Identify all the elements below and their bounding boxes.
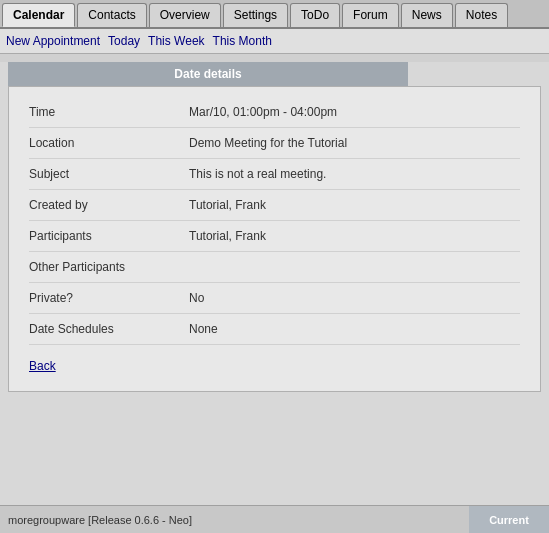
- tab-todo[interactable]: ToDo: [290, 3, 340, 27]
- tab-settings[interactable]: Settings: [223, 3, 288, 27]
- detail-row-location: Location Demo Meeting for the Tutorial: [29, 128, 520, 159]
- tab-overview[interactable]: Overview: [149, 3, 221, 27]
- detail-row-time: Time Mar/10, 01:00pm - 04:00pm: [29, 97, 520, 128]
- status-bar: moregroupware [Release 0.6.6 - Neo] Curr…: [0, 505, 549, 533]
- section-header: Date details: [8, 62, 408, 86]
- detail-row-created-by: Created by Tutorial, Frank: [29, 190, 520, 221]
- this-week-link[interactable]: This Week: [148, 34, 204, 48]
- detail-row-participants: Participants Tutorial, Frank: [29, 221, 520, 252]
- tab-calendar[interactable]: Calendar: [2, 3, 75, 27]
- tab-forum[interactable]: Forum: [342, 3, 399, 27]
- label-location: Location: [29, 136, 189, 150]
- value-date-schedules: None: [189, 322, 520, 336]
- value-time: Mar/10, 01:00pm - 04:00pm: [189, 105, 520, 119]
- tab-news[interactable]: News: [401, 3, 453, 27]
- detail-row-other-participants: Other Participants: [29, 252, 520, 283]
- this-month-link[interactable]: This Month: [213, 34, 272, 48]
- label-time: Time: [29, 105, 189, 119]
- value-created-by: Tutorial, Frank: [189, 198, 520, 212]
- detail-row-private: Private? No: [29, 283, 520, 314]
- toolbar: New Appointment Today This Week This Mon…: [0, 29, 549, 54]
- status-left-text: moregroupware [Release 0.6.6 - Neo]: [0, 514, 469, 526]
- label-date-schedules: Date Schedules: [29, 322, 189, 336]
- nav-tabs: Calendar Contacts Overview Settings ToDo…: [0, 0, 549, 29]
- today-link[interactable]: Today: [108, 34, 140, 48]
- detail-row-back: Back: [29, 345, 520, 381]
- main-content: Date details Time Mar/10, 01:00pm - 04:0…: [0, 62, 549, 505]
- tab-contacts[interactable]: Contacts: [77, 3, 146, 27]
- label-participants: Participants: [29, 229, 189, 243]
- label-private: Private?: [29, 291, 189, 305]
- value-participants: Tutorial, Frank: [189, 229, 520, 243]
- value-private: No: [189, 291, 520, 305]
- detail-row-date-schedules: Date Schedules None: [29, 314, 520, 345]
- status-right-text: Current: [469, 506, 549, 533]
- label-other-participants: Other Participants: [29, 260, 189, 274]
- label-subject: Subject: [29, 167, 189, 181]
- value-location: Demo Meeting for the Tutorial: [189, 136, 520, 150]
- value-subject: This is not a real meeting.: [189, 167, 520, 181]
- app-container: Calendar Contacts Overview Settings ToDo…: [0, 0, 549, 533]
- details-area: Time Mar/10, 01:00pm - 04:00pm Location …: [8, 86, 541, 392]
- tab-notes[interactable]: Notes: [455, 3, 508, 27]
- new-appointment-link[interactable]: New Appointment: [6, 34, 100, 48]
- back-link[interactable]: Back: [29, 359, 56, 373]
- label-created-by: Created by: [29, 198, 189, 212]
- detail-row-subject: Subject This is not a real meeting.: [29, 159, 520, 190]
